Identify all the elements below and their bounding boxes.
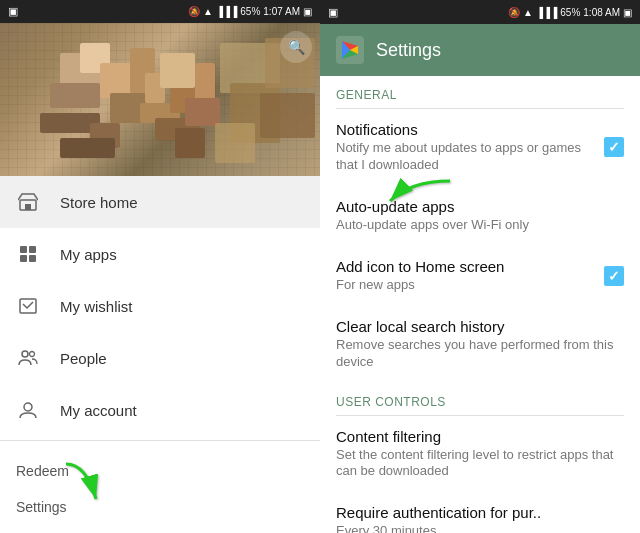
mute-icon-right: 🔕 bbox=[508, 7, 520, 18]
my-account-icon bbox=[16, 398, 40, 422]
sidebar-item-people-label: People bbox=[60, 350, 107, 367]
setting-notifications[interactable]: Notifications Notify me about updates to… bbox=[320, 109, 640, 186]
sidebar-item-store-home-label: Store home bbox=[60, 194, 138, 211]
setting-add-icon[interactable]: Add icon to Home screen For new apps ✓ bbox=[320, 246, 640, 306]
setting-require-auth[interactable]: Require authentication for pur.. Every 3… bbox=[320, 492, 640, 533]
time-right: 1:08 AM bbox=[583, 7, 620, 18]
setting-notifications-title: Notifications bbox=[336, 121, 596, 138]
auto-update-arrow bbox=[380, 176, 460, 211]
sidebar-item-my-wishlist[interactable]: My wishlist bbox=[0, 280, 320, 332]
sidebar-item-my-account-label: My account bbox=[60, 402, 137, 419]
mute-icon: 🔕 bbox=[188, 6, 200, 17]
signal-icon: ▐▐▐ bbox=[216, 6, 237, 17]
setting-content-filtering-subtitle: Set the content filtering level to restr… bbox=[336, 447, 616, 481]
setting-require-auth-title: Require authentication for pur.. bbox=[336, 504, 616, 521]
setting-notifications-content: Notifications Notify me about updates to… bbox=[336, 121, 604, 174]
screenshot-icon: ▣ bbox=[303, 6, 312, 17]
sidebar-item-my-wishlist-label: My wishlist bbox=[60, 298, 133, 315]
sidebar-item-my-apps[interactable]: My apps bbox=[0, 228, 320, 280]
wifi-icon-right: ▲ bbox=[523, 7, 533, 18]
check-icon-2: ✓ bbox=[608, 268, 620, 284]
hero-image: 🔍 bbox=[0, 23, 320, 176]
svg-point-8 bbox=[30, 352, 35, 357]
setting-auto-update-subtitle: Auto-update apps over Wi-Fi only bbox=[336, 217, 616, 234]
status-icons-right: 🔕 ▲ ▐▐▐ 65% 1:08 AM ▣ bbox=[508, 7, 632, 18]
svg-rect-5 bbox=[29, 255, 36, 262]
status-bar-left: ▣ 🔕 ▲ ▐▐▐ 65% 1:07 AM ▣ bbox=[0, 0, 320, 23]
setting-content-filtering-title: Content filtering bbox=[336, 428, 616, 445]
play-store-icon bbox=[336, 36, 364, 64]
store-home-icon bbox=[16, 190, 40, 214]
svg-rect-1 bbox=[25, 204, 31, 210]
sidebar-item-people[interactable]: People bbox=[0, 332, 320, 384]
my-wishlist-icon bbox=[16, 294, 40, 318]
settings-arrow bbox=[56, 459, 116, 509]
setting-content-filtering-content: Content filtering Set the content filter… bbox=[336, 428, 624, 481]
battery-right: 65% bbox=[560, 7, 580, 18]
svg-point-9 bbox=[24, 403, 32, 411]
setting-content-filtering[interactable]: Content filtering Set the content filter… bbox=[320, 416, 640, 493]
screenshot-icon-right: ▣ bbox=[623, 7, 632, 18]
notifications-checkbox[interactable]: ✓ bbox=[604, 137, 624, 157]
nav-divider bbox=[0, 440, 320, 441]
wifi-icon: ▲ bbox=[203, 6, 213, 17]
left-panel: ▣ 🔕 ▲ ▐▐▐ 65% 1:07 AM ▣ bbox=[0, 0, 320, 533]
right-panel: ▣ 🔕 ▲ ▐▐▐ 65% 1:08 AM ▣ Settings GENERAL bbox=[320, 0, 640, 533]
search-fab[interactable]: 🔍 bbox=[280, 31, 312, 63]
setting-require-auth-content: Require authentication for pur.. Every 3… bbox=[336, 504, 624, 533]
settings-content: GENERAL Notifications Notify me about up… bbox=[320, 76, 640, 533]
setting-clear-history-content: Clear local search history Remove search… bbox=[336, 318, 624, 371]
setting-require-auth-subtitle: Every 30 minutes bbox=[336, 523, 616, 533]
setting-clear-history[interactable]: Clear local search history Remove search… bbox=[320, 306, 640, 383]
toolbar: Settings bbox=[320, 24, 640, 76]
svg-rect-4 bbox=[20, 255, 27, 262]
setting-auto-update-title: Auto-update apps bbox=[336, 198, 616, 215]
sidebar-item-my-apps-label: My apps bbox=[60, 246, 117, 263]
setting-add-icon-content: Add icon to Home screen For new apps bbox=[336, 258, 604, 294]
svg-rect-3 bbox=[29, 246, 36, 253]
status-icon-sim: ▣ bbox=[8, 5, 18, 18]
setting-add-icon-subtitle: For new apps bbox=[336, 277, 596, 294]
section-header-user-controls: USER CONTROLS bbox=[320, 383, 640, 415]
sidebar-item-store-home[interactable]: Store home bbox=[0, 176, 320, 228]
nav-bottom: Redeem Settings bbox=[0, 445, 320, 533]
people-icon bbox=[16, 346, 40, 370]
my-apps-icon bbox=[16, 242, 40, 266]
setting-notifications-subtitle: Notify me about updates to apps or games… bbox=[336, 140, 596, 174]
check-icon: ✓ bbox=[608, 139, 620, 155]
sidebar-item-my-account[interactable]: My account bbox=[0, 384, 320, 436]
section-header-general: GENERAL bbox=[320, 76, 640, 108]
status-icons-left: 🔕 ▲ ▐▐▐ 65% 1:07 AM ▣ bbox=[188, 6, 312, 17]
setting-auto-update[interactable]: Auto-update apps Auto-update apps over W… bbox=[320, 186, 640, 246]
setting-clear-history-subtitle: Remove searches you have performed from … bbox=[336, 337, 616, 371]
svg-rect-2 bbox=[20, 246, 27, 253]
settings-item[interactable]: Settings bbox=[16, 489, 304, 525]
battery-left: 65% bbox=[240, 6, 260, 17]
status-icon-sim-right: ▣ bbox=[328, 6, 338, 19]
time-left: 1:07 AM bbox=[263, 6, 300, 17]
search-icon: 🔍 bbox=[288, 39, 305, 55]
add-icon-checkbox[interactable]: ✓ bbox=[604, 266, 624, 286]
status-bar-right: ▣ 🔕 ▲ ▐▐▐ 65% 1:08 AM ▣ bbox=[320, 0, 640, 24]
toolbar-title: Settings bbox=[376, 40, 441, 61]
nav-menu: Store home My apps My wishlist bbox=[0, 176, 320, 533]
svg-point-7 bbox=[22, 351, 28, 357]
setting-add-icon-title: Add icon to Home screen bbox=[336, 258, 596, 275]
signal-icon-right: ▐▐▐ bbox=[536, 7, 557, 18]
setting-clear-history-title: Clear local search history bbox=[336, 318, 616, 335]
